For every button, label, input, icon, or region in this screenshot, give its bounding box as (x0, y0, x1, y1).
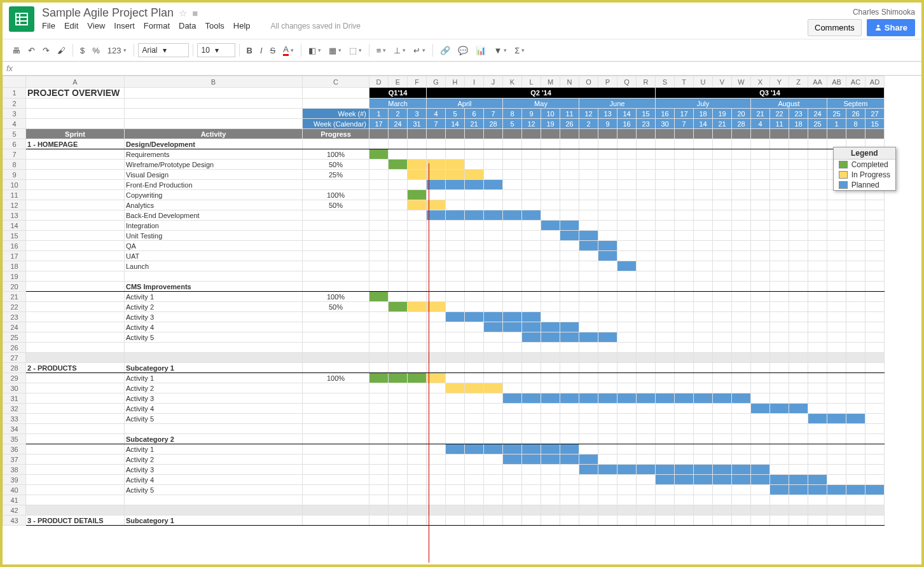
gantt-cell[interactable] (369, 332, 389, 343)
gantt-cell[interactable] (541, 312, 560, 322)
gantt-cell[interactable] (827, 444, 846, 454)
gantt-cell[interactable] (560, 180, 579, 190)
gantt-cell[interactable] (484, 353, 503, 363)
sprint-cell[interactable] (26, 261, 125, 271)
gantt-cell[interactable] (846, 383, 865, 393)
gantt-cell[interactable] (808, 363, 827, 373)
gantt-cell[interactable] (408, 353, 427, 363)
gantt-cell[interactable] (560, 485, 579, 495)
gantt-cell[interactable] (865, 322, 885, 332)
sprint-cell[interactable] (26, 424, 125, 434)
gantt-cell[interactable] (427, 404, 446, 414)
gantt-cell[interactable] (560, 322, 579, 332)
gantt-cell[interactable] (770, 353, 789, 363)
gantt-cell[interactable] (751, 139, 770, 149)
gantt-cell[interactable] (656, 180, 675, 190)
gantt-cell[interactable] (579, 444, 598, 454)
gantt-cell[interactable] (579, 393, 598, 404)
gantt-cell[interactable] (656, 139, 675, 149)
gantt-cell[interactable] (522, 210, 541, 221)
gantt-cell[interactable] (560, 200, 579, 210)
gantt-cell[interactable] (446, 363, 465, 373)
gantt-cell[interactable] (484, 465, 503, 475)
gantt-cell[interactable] (694, 495, 713, 505)
gantt-cell[interactable] (827, 200, 846, 210)
gantt-cell[interactable] (427, 475, 446, 485)
gantt-cell[interactable] (808, 241, 827, 251)
gantt-cell[interactable] (579, 200, 598, 210)
gantt-cell[interactable] (675, 251, 694, 261)
gantt-cell[interactable] (713, 383, 732, 393)
gantt-cell[interactable] (694, 373, 713, 383)
gantt-cell[interactable] (732, 393, 751, 404)
gantt-cell[interactable] (503, 485, 522, 495)
gantt-cell[interactable] (789, 465, 808, 475)
gantt-cell[interactable] (541, 251, 560, 261)
gantt-cell[interactable] (808, 261, 827, 271)
gantt-cell[interactable] (465, 261, 484, 271)
gantt-cell[interactable] (484, 139, 503, 149)
gantt-cell[interactable] (694, 414, 713, 424)
gantt-cell[interactable] (446, 404, 465, 414)
gantt-cell[interactable] (732, 190, 751, 200)
col-header-M[interactable]: M (541, 76, 560, 88)
gantt-cell[interactable] (751, 343, 770, 353)
star-icon[interactable]: ☆ (179, 8, 187, 19)
gantt-cell[interactable] (656, 322, 675, 332)
gantt-cell[interactable] (560, 465, 579, 475)
gantt-cell[interactable] (484, 190, 503, 200)
activity-cell[interactable]: Activity 1 (125, 444, 303, 454)
gantt-cell[interactable] (713, 210, 732, 221)
gantt-cell[interactable] (389, 322, 408, 332)
gantt-cell[interactable] (751, 495, 770, 505)
gantt-cell[interactable] (446, 241, 465, 251)
col-header-L[interactable]: L (522, 76, 541, 88)
folder-icon[interactable]: ■ (192, 8, 198, 18)
font-select[interactable]: Arial▾ (138, 43, 189, 57)
gantt-cell[interactable] (617, 302, 637, 312)
sprint-cell[interactable] (26, 180, 125, 190)
gantt-cell[interactable] (617, 404, 637, 414)
gantt-cell[interactable] (656, 251, 675, 261)
gantt-cell[interactable] (789, 332, 808, 343)
gantt-cell[interactable] (465, 424, 484, 434)
gantt-cell[interactable] (369, 241, 389, 251)
gantt-cell[interactable] (389, 505, 408, 516)
gantt-cell[interactable] (713, 322, 732, 332)
gantt-cell[interactable] (617, 424, 637, 434)
gantt-cell[interactable] (560, 282, 579, 292)
gantt-cell[interactable] (503, 465, 522, 475)
gantt-cell[interactable] (541, 343, 560, 353)
gantt-cell[interactable] (541, 322, 560, 332)
gantt-cell[interactable] (827, 292, 846, 302)
gantt-cell[interactable] (751, 383, 770, 393)
gantt-cell[interactable] (770, 149, 789, 160)
gantt-cell[interactable] (503, 231, 522, 241)
gantt-cell[interactable] (389, 383, 408, 393)
gantt-cell[interactable] (694, 302, 713, 312)
gantt-cell[interactable] (865, 393, 885, 404)
gantt-cell[interactable] (751, 241, 770, 251)
gantt-cell[interactable] (408, 373, 427, 383)
gantt-cell[interactable] (389, 312, 408, 322)
gantt-cell[interactable] (827, 404, 846, 414)
gantt-cell[interactable] (656, 302, 675, 312)
gantt-cell[interactable] (369, 424, 389, 434)
gantt-cell[interactable] (541, 444, 560, 454)
gantt-cell[interactable] (827, 505, 846, 516)
gantt-cell[interactable] (694, 210, 713, 221)
gantt-cell[interactable] (675, 302, 694, 312)
gantt-cell[interactable] (408, 465, 427, 475)
gantt-cell[interactable] (408, 475, 427, 485)
italic-icon[interactable]: I (257, 43, 266, 58)
gantt-cell[interactable] (389, 475, 408, 485)
gantt-cell[interactable] (541, 149, 560, 160)
gantt-cell[interactable] (637, 434, 656, 444)
gantt-cell[interactable] (808, 516, 827, 526)
activity-cell[interactable]: Activity 2 (125, 383, 303, 393)
gantt-cell[interactable] (579, 312, 598, 322)
gantt-cell[interactable] (369, 444, 389, 454)
gantt-cell[interactable] (637, 444, 656, 454)
gantt-cell[interactable] (675, 505, 694, 516)
gantt-cell[interactable] (789, 485, 808, 495)
